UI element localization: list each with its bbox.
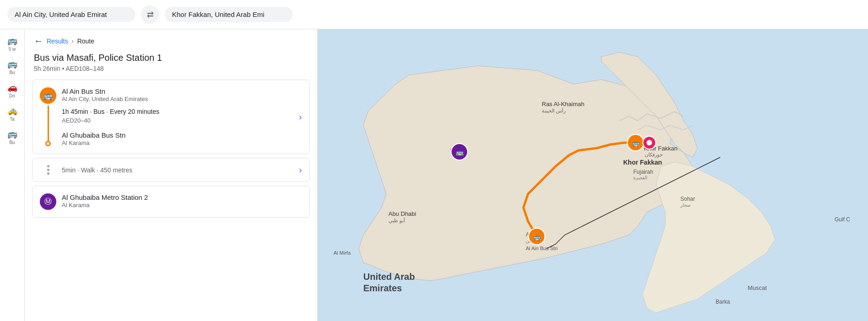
svg-text:United Arab: United Arab (363, 272, 415, 282)
sidebar-label-1: Bu (9, 70, 15, 75)
bus-end-dot (45, 141, 51, 146)
svg-text:Ras Al-Khaimah: Ras Al-Khaimah (542, 101, 584, 107)
svg-text:Gulf C: Gulf C (835, 216, 850, 223)
svg-text:Abu Dhabi: Abu Dhabi (388, 210, 416, 217)
sidebar-label-2: Dri (9, 93, 15, 98)
walk-segment[interactable]: 5min · Walk · 450 metres › (32, 158, 310, 182)
breadcrumb-separator: › (72, 38, 74, 44)
bus-segment-card: 🚌 Al Ain Bus Stn Al Ain City, United Ara… (32, 80, 310, 154)
swap-button[interactable]: ⇄ (141, 5, 159, 24)
swap-icon: ⇄ (147, 10, 154, 20)
mode-icon-4: 🚌 (7, 129, 17, 139)
svg-text:رأس الخيمة: رأس الخيمة (542, 107, 566, 114)
svg-text:Emirates: Emirates (363, 283, 402, 293)
svg-text:🚌: 🚌 (456, 149, 464, 156)
bus-segment-main: 🚌 Al Ain Bus Stn Al Ain City, United Ara… (32, 80, 309, 154)
svg-text:Barka: Barka (716, 299, 730, 305)
sidebar-item-0[interactable]: 🚌 5 w (0, 33, 24, 54)
route-meta: 5h 26min • AED108–148 (34, 65, 308, 72)
route-segments: 🚌 Al Ain Bus Stn Al Ain City, United Ara… (25, 80, 317, 221)
back-icon: ← (34, 36, 43, 46)
walk-chevron[interactable]: › (299, 165, 302, 175)
sidebar-item-1[interactable]: 🚌 Bu (0, 56, 24, 78)
breadcrumb-current: Route (77, 37, 94, 45)
walk-dot-2 (47, 169, 49, 171)
route-duration: 5h 26min (34, 65, 60, 72)
main-layout: 🚌 5 w 🚌 Bu 🚗 Dri 🚕 Ta 🚌 Bu ← Results › (0, 29, 868, 321)
svg-text:أبو ظبي: أبو ظبي (388, 217, 405, 224)
svg-text:Al Mirfa: Al Mirfa (334, 250, 351, 256)
metro-stop-sub: Al Karama (62, 202, 302, 209)
mode-icon-1: 🚌 (7, 59, 17, 69)
svg-point-32 (647, 140, 652, 145)
metro-icon: Ⓜ (44, 197, 52, 207)
sidebar-label-3: Ta (10, 117, 15, 122)
back-button[interactable]: ← (34, 36, 43, 46)
route-panel: ← Results › Route Bus via Masafi, Police… (25, 29, 318, 321)
sidebar-label-0: 5 w (9, 47, 16, 52)
bus-route-line (48, 106, 49, 141)
origin-input[interactable] (7, 7, 135, 22)
map-area[interactable]: Ras Al-Khaimah رأس الخيمة Du Khor Fakkan… (318, 29, 868, 321)
sidebar-item-4[interactable]: 🚌 Bu (0, 126, 24, 148)
route-fare: AED108–148 (66, 65, 104, 72)
bus-icon-col: 🚌 (40, 87, 56, 146)
bus-fare: AED20–40 (62, 117, 293, 124)
header: ⇄ (0, 0, 868, 29)
sidebar-label-4: Bu (9, 140, 15, 145)
svg-text:Fujairah: Fujairah (633, 169, 653, 175)
results-link[interactable]: Results (47, 37, 68, 45)
svg-text:صحار: صحار (680, 203, 690, 208)
walk-dot-3 (47, 172, 49, 175)
svg-text:Khor Fakkan: Khor Fakkan (623, 159, 662, 166)
walk-dot-1 (47, 165, 49, 167)
mode-icon-0: 🚌 (7, 36, 17, 46)
sidebar-narrow: 🚌 5 w 🚌 Bu 🚗 Dri 🚕 Ta 🚌 Bu (0, 29, 25, 321)
bus-segment-chevron[interactable]: › (299, 87, 302, 146)
bus-icon-circle: 🚌 (40, 87, 56, 104)
dest-stop-name: Al Ghubaiba Bus Stn (62, 131, 293, 139)
sidebar-item-3[interactable]: 🚕 Ta (0, 103, 24, 124)
map-svg: Ras Al-Khaimah رأس الخيمة Du Khor Fakkan… (318, 29, 868, 321)
bus-icon: 🚌 (43, 91, 53, 101)
svg-text:الفجيرة: الفجيرة (633, 175, 647, 181)
svg-text:Sohar: Sohar (680, 196, 695, 202)
metro-segment: Ⓜ Al Ghubaiba Metro Station 2 Al Karama (32, 186, 310, 218)
svg-text:🚌: 🚌 (533, 233, 541, 241)
destination-input[interactable] (165, 7, 293, 22)
walk-info: 5min · Walk · 450 metres (62, 166, 293, 174)
svg-text:Muscat: Muscat (748, 284, 767, 291)
metro-segment-content: Al Ghubaiba Metro Station 2 Al Karama (62, 193, 302, 209)
mode-icon-2: 🚗 (7, 82, 17, 92)
svg-text:خورفكان: خورفكان (645, 152, 663, 158)
bus-segment-content: Al Ain Bus Stn Al Ain City, United Arab … (62, 87, 293, 146)
dest-stop-sub: Al Karama (62, 139, 293, 146)
metro-stop-name: Al Ghubaiba Metro Station 2 (62, 193, 302, 201)
svg-text:🚌: 🚌 (632, 139, 640, 147)
walk-dots-icon (40, 165, 56, 175)
origin-stop-sub: Al Ain City, United Arab Emirates (62, 96, 293, 102)
metro-icon-circle: Ⓜ (40, 193, 56, 210)
breadcrumb: ← Results › Route (25, 29, 317, 51)
svg-text:Al Ain Bus Stn: Al Ain Bus Stn (526, 246, 558, 251)
bus-segment-info: 1h 45min · Bus · Every 20 minutes AED20–… (62, 108, 293, 124)
route-title-section: Bus via Masafi, Police Station 1 5h 26mi… (25, 51, 317, 80)
origin-stop-name: Al Ain Bus Stn (62, 87, 293, 95)
route-title: Bus via Masafi, Police Station 1 (34, 53, 308, 63)
bus-info-main: 1h 45min · Bus · Every 20 minutes (62, 108, 293, 115)
route-sep: • (62, 65, 65, 72)
sidebar-item-2[interactable]: 🚗 Dri (0, 80, 24, 101)
mode-icon-3: 🚕 (7, 106, 17, 116)
